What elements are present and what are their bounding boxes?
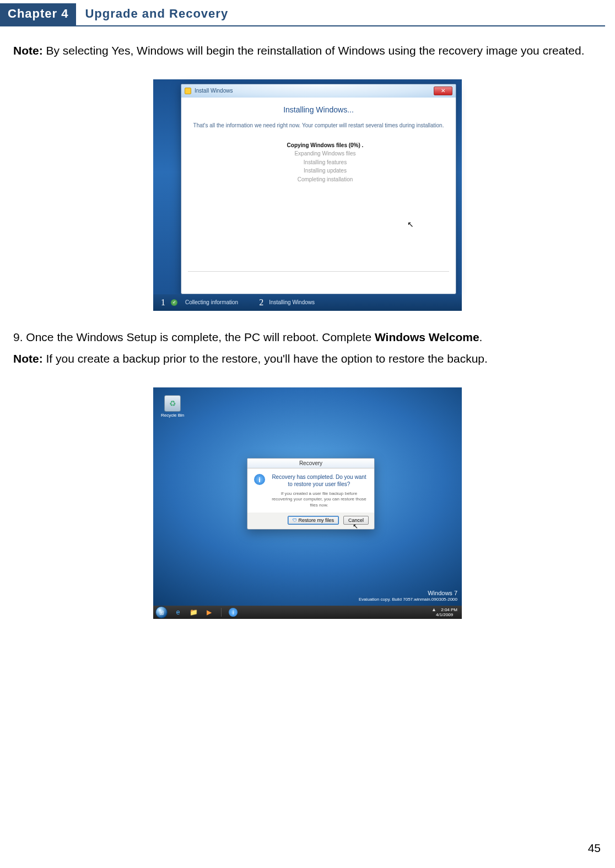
footer-step-label: Collecting information [185, 299, 238, 305]
window-title: Install Windows [195, 88, 233, 94]
install-step: Installing features [206, 158, 445, 167]
media-player-icon[interactable]: ▶ [204, 607, 214, 617]
installing-info-text: That's all the information we need right… [192, 122, 445, 129]
mid-note: Note: If you create a backup prior to th… [13, 349, 602, 369]
windows-watermark: Windows 7 Evaluation copy. Build 7057.wi… [359, 590, 457, 602]
watermark-title: Windows 7 [359, 590, 457, 597]
dialog-title: Recovery [247, 459, 374, 468]
recovery-desktop-screenshot: Recycle Bin Recovery i Recovery has comp… [153, 387, 462, 619]
window-titlebar: Install Windows ✕ [181, 84, 456, 98]
info-icon: i [254, 474, 265, 485]
install-steps-list: Copying Windows files (0%) . Expanding W… [206, 141, 445, 184]
footer-step-number: 1 [161, 298, 165, 308]
page-header: Chapter 4 Upgrade and Recovery [0, 3, 605, 26]
install-step: Expanding Windows files [206, 149, 445, 158]
taskbar-separator [221, 608, 222, 617]
check-icon: ✓ [171, 299, 177, 306]
install-step: Installing updates [206, 166, 445, 175]
footer-step-label: Installing Windows [269, 299, 315, 305]
install-step: Completing installation [206, 175, 445, 184]
recycle-bin-glyph-icon [164, 395, 181, 412]
installing-heading: Installing Windows... [192, 105, 445, 114]
install-windows-screenshot: Install Windows ✕ Installing Windows... … [153, 79, 462, 311]
note-label: Note: [13, 44, 43, 57]
cursor-icon: ↖ [407, 220, 414, 229]
windows-welcome-bold: Windows Welcome [375, 331, 479, 343]
install-footer: 1 ✓ Collecting information 2 Installing … [153, 294, 462, 311]
watermark-sub: Evaluation copy. Build 7057.winmain.0903… [359, 597, 457, 602]
clock-time: 2:04 PM [441, 607, 457, 612]
separator [188, 271, 449, 272]
recycle-bin-icon[interactable]: Recycle Bin [161, 395, 184, 418]
footer-step-number: 2 [259, 298, 263, 308]
window-body: Installing Windows... That's all the inf… [181, 98, 456, 184]
install-windows-window: Install Windows ✕ Installing Windows... … [181, 84, 456, 294]
note-label: Note: [13, 352, 43, 365]
recovery-dialog: Recovery i Recovery has completed. Do yo… [247, 458, 375, 530]
note-text: If you create a backup prior to the rest… [43, 352, 488, 365]
chapter-badge: Chapter 4 [0, 3, 76, 25]
restore-files-label: Restore my files [298, 517, 334, 523]
figure-recovery-desktop: Recycle Bin Recovery i Recovery has comp… [0, 387, 615, 621]
recycle-bin-label: Recycle Bin [161, 413, 184, 418]
dialog-main-text: Recovery has completed. Do you want to r… [271, 474, 368, 488]
intro-note: Note: By selecting Yes, Windows will beg… [13, 41, 602, 61]
cursor-icon: ↖ [353, 522, 358, 530]
taskbar-clock[interactable]: ▲ 2:04 PM 4/1/2009 [431, 607, 460, 618]
dialog-body: i Recovery has completed. Do you want to… [247, 468, 374, 513]
chapter-title: Upgrade and Recovery [76, 3, 228, 25]
clock-date: 4/1/2009 [436, 612, 453, 617]
internet-explorer-icon[interactable]: e [173, 607, 183, 617]
page-number: 45 [588, 842, 601, 855]
note-text: By selecting Yes, Windows will begin the… [43, 44, 585, 57]
figure-install-windows: Install Windows ✕ Installing Windows... … [0, 79, 615, 313]
step-text: 9. Once the Windows Setup is complete, t… [13, 331, 375, 343]
start-button[interactable]: ⊞ [155, 606, 168, 618]
install-step-active: Copying Windows files (0%) . [206, 141, 445, 150]
shield-icon: 🛡 [293, 518, 297, 523]
tray-chevron-icon[interactable]: ▲ [431, 607, 436, 612]
taskbar-info-icon[interactable]: i [229, 608, 238, 617]
close-button[interactable]: ✕ [434, 87, 452, 95]
step-9-text: 9. Once the Windows Setup is complete, t… [13, 327, 602, 347]
window-icon [185, 88, 191, 94]
restore-files-button[interactable]: 🛡Restore my files [288, 516, 339, 525]
explorer-folder-icon[interactable]: 📁 [188, 607, 198, 617]
taskbar: ⊞ e 📁 ▶ i ▲ 2:04 PM 4/1/2009 [153, 606, 462, 619]
step-text-end: . [479, 331, 483, 343]
dialog-sub-text: If you created a user file backup before… [271, 491, 368, 508]
